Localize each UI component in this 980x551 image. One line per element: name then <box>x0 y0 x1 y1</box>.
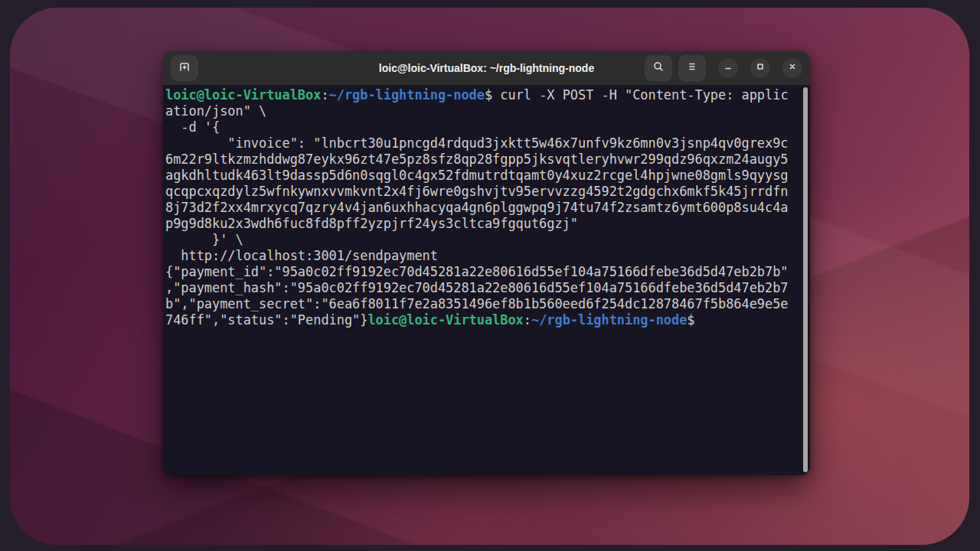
terminal-text-segment: ~/rgb-lightning-node <box>531 312 687 328</box>
terminal-line: qcqpcxqzdylz5wfnkywnxvvmkvnt2x4fj6wre0gs… <box>165 184 807 200</box>
terminal-line: b","payment_secret":"6ea6f8011f7e2a83514… <box>165 296 807 312</box>
new-tab-button[interactable] <box>171 55 198 81</box>
terminal-text-segment: loic@loic-VirtualBox <box>368 312 523 328</box>
minimize-button[interactable] <box>718 58 738 78</box>
terminal-text-segment: 6m22r9ltkzmzhddwg87eykx96zt47e5pz8sfz8qp… <box>165 152 789 167</box>
terminal-text-segment: 8j73d2f2xx4mrxycq7qzry4v4jan6uxhhacyqa4g… <box>165 200 789 215</box>
terminal-text-segment: $ curl -X POST -H "Content-Type: applic <box>485 87 789 103</box>
terminal-text-segment: "invoice": "lnbcrt30u1pncgd4rdqud3jxktt5… <box>165 135 789 151</box>
terminal-text-segment: p9g9d8ku2x3wdh6fuc8fd8pff2yzpjrf24ys3clt… <box>165 216 578 231</box>
maximize-icon <box>755 61 766 75</box>
terminal-line: {"payment_id":"95a0c02ff9192ec70d45281a2… <box>165 264 807 280</box>
terminal-line: "invoice": "lnbcrt30u1pncgd4rdqud3jxktt5… <box>165 135 807 152</box>
terminal-line: p9g9d8ku2x3wdh6fuc8fd8pff2yzpjrf24ys3clt… <box>165 216 807 232</box>
terminal-text-segment: agkdhltudk463lt9dassp5d6n0sqgl0c4gx52fdm… <box>165 168 789 183</box>
terminal-text-segment: ~/rgb-lightning-node <box>329 87 485 103</box>
minimize-icon <box>723 61 733 75</box>
terminal-screen[interactable]: loic@loic-VirtualBox:~/rgb-lightning-nod… <box>163 86 810 475</box>
terminal-text-segment: : <box>321 87 328 103</box>
maximize-button[interactable] <box>750 58 770 78</box>
terminal-line: 746ff","status":"Pending"}loic@loic-Virt… <box>165 312 807 328</box>
menu-button[interactable] <box>678 55 706 81</box>
terminal-text-segment: }' \ <box>165 232 243 247</box>
terminal-text-segment: {"payment_id":"95a0c02ff9192ec70d45281a2… <box>165 264 789 279</box>
terminal-line: -d '{ <box>165 119 807 135</box>
terminal-line: ation/json" \ <box>165 103 807 119</box>
search-button[interactable] <box>645 55 672 81</box>
terminal-line: 6m22r9ltkzmzhddwg87eykx96zt47e5pz8sfz8qp… <box>165 152 807 168</box>
terminal-text-segment: $ <box>687 312 694 328</box>
terminal-text-segment: 746ff","status":"Pending"} <box>165 312 368 328</box>
terminal-text-segment: loic@loic-VirtualBox <box>165 87 321 103</box>
terminal-scrollbar[interactable] <box>803 87 808 472</box>
new-tab-icon <box>178 60 191 76</box>
terminal-text-segment: : <box>524 312 531 328</box>
terminal-output: loic@loic-VirtualBox:~/rgb-lightning-nod… <box>165 87 807 328</box>
terminal-text-segment: qcqpcxqzdylz5wfnkywnxvvmkvnt2x4fj6wre0gs… <box>165 184 789 199</box>
terminal-line: agkdhltudk463lt9dassp5d6n0sqgl0c4gx52fdm… <box>165 168 807 184</box>
terminal-line: }' \ <box>165 232 807 248</box>
terminal-text-segment: ,"payment_hash":"95a0c02ff9192ec70d45281… <box>165 280 789 295</box>
terminal-titlebar[interactable]: loic@loic-VirtualBox: ~/rgb-lightning-no… <box>163 51 810 86</box>
terminal-text-segment: ation/json" \ <box>165 103 266 119</box>
terminal-text-segment: -d '{ <box>165 119 220 135</box>
terminal-line: http://localhost:3001/sendpayment <box>165 248 807 264</box>
close-button[interactable] <box>782 58 802 78</box>
terminal-text-segment: http://localhost:3001/sendpayment <box>165 248 438 263</box>
terminal-line: loic@loic-VirtualBox:~/rgb-lightning-nod… <box>165 87 807 103</box>
terminal-line: 8j73d2f2xx4mrxycq7qzry4v4jan6uxhhacyqa4g… <box>165 200 807 216</box>
terminal-text-segment: b","payment_secret":"6ea6f8011f7e2a83514… <box>165 296 789 311</box>
terminal-line: ,"payment_hash":"95a0c02ff9192ec70d45281… <box>165 280 807 296</box>
close-icon <box>787 61 798 75</box>
hamburger-menu-icon <box>686 60 698 76</box>
search-icon <box>652 60 665 76</box>
terminal-window: loic@loic-VirtualBox: ~/rgb-lightning-no… <box>163 51 810 475</box>
